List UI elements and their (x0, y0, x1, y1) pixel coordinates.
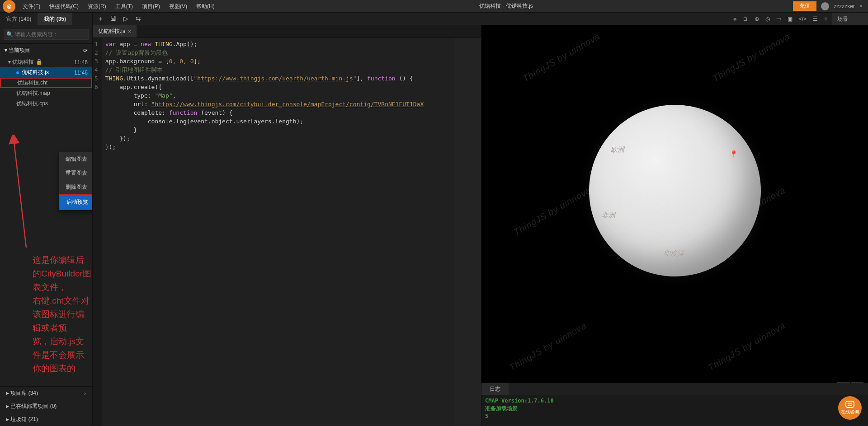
file-js[interactable]: 优锘科技.js 11:46 (0, 67, 92, 78)
editor-tab-active[interactable]: 优锘科技.js × (93, 25, 137, 37)
annotation-text: 这是你编辑后的CityBuilder图表文件， 右键.cht文件对该图标进行编辑… (33, 253, 92, 375)
recharge-button[interactable]: 充值 (793, 1, 816, 11)
root-time: 11:46 (74, 59, 88, 66)
watermark: ThingJS by uinnova (507, 320, 588, 373)
file-tree: ▾ 优锘科技 🔒 11:46 优锘科技.js 11:46 优锘科技.cht 优锘… (0, 57, 92, 386)
search-input[interactable] (4, 29, 89, 40)
username: zzzzzker (834, 3, 855, 9)
preview-canvas[interactable]: ThingJS by uinnova ThingJS by uinnova Th… (481, 25, 868, 383)
chat-fab[interactable]: 在线咨询 (838, 396, 862, 420)
line-gutter: 1 2 3 4 5 6 (93, 38, 102, 426)
cube-icon[interactable]: ⎈ (733, 16, 736, 22)
save-icon[interactable]: 🖫 (110, 15, 116, 23)
log-body: CMAP Version:1.7.6.10 准备加载场景 5 (481, 395, 868, 426)
svg-line-0 (14, 138, 26, 248)
menu-shortcut[interactable]: 快捷代码(C) (45, 0, 83, 13)
code-editor[interactable]: 1 2 3 4 5 6 var app = new THING.App(); /… (93, 38, 481, 426)
menubar: ◎ 文件(F) 快捷代码(C) 资源(R) 工具(T) 项目(P) 视图(V) … (0, 0, 868, 13)
file-map[interactable]: 优锘科技.map (0, 88, 92, 98)
minimap[interactable] (454, 38, 481, 426)
log-tabs: 日志 (481, 383, 868, 395)
main-area: 🔍 ▾ 当前项目 ⟳ ▾ 优锘科技 🔒 11:46 优锘科技.js 11:46 … (0, 25, 868, 426)
file-cht[interactable]: 优锘科技.cht (0, 78, 92, 88)
new-file-icon[interactable]: ＋ (97, 15, 104, 23)
refresh-icon[interactable]: ⟳ (83, 47, 88, 54)
columns-icon[interactable]: ☰ (813, 16, 818, 22)
globe-label-africa: 非洲 (602, 211, 615, 220)
close-icon[interactable]: × (859, 3, 863, 9)
menu-resource[interactable]: 资源(R) (83, 0, 111, 13)
watermark: ThingJS by uinnova (521, 31, 602, 84)
ctx-edit-chart[interactable]: 编辑图表 (59, 152, 92, 166)
cat-project-lib[interactable]: ▸ 项目库 (34) › (0, 387, 92, 400)
window-title: 优锘科技 - 优锘科技.js (219, 2, 793, 10)
tab-mine[interactable]: 我的 (35) (38, 13, 72, 25)
menu-tool[interactable]: 工具(T) (111, 0, 137, 13)
log-line: 5 (485, 412, 864, 420)
run-icon[interactable]: ▷ (123, 15, 129, 23)
code-icon[interactable]: </> (799, 16, 807, 22)
clock-icon[interactable]: ◷ (765, 16, 770, 22)
globe-label-europe: 欧洲 (611, 145, 624, 154)
sidebar-footer: ▸ 项目库 (34) › ▸ 已在线部署项目 (0) ▸ 垃圾箱 (21) (0, 386, 92, 426)
doc-icon[interactable]: 🗋 (743, 16, 748, 22)
tab-official[interactable]: 官方 (149) (0, 13, 38, 25)
window-icon[interactable]: ▣ (788, 16, 793, 22)
scene-tab[interactable]: 场景 (832, 13, 868, 25)
menu-help[interactable]: 帮助(H) (192, 0, 219, 13)
file-cps[interactable]: 优锘科技.cps (0, 98, 92, 109)
search-icon: 🔍 (6, 31, 13, 37)
secondary-bar: 官方 (149) 我的 (35) ＋ 🖫 ▷ ⇆ ⎈ 🗋 ⊕ ◷ ▭ ▣ </>… (0, 13, 868, 25)
globe[interactable]: 欧洲 非洲 印度洋 📍 (589, 105, 761, 276)
log-tab[interactable]: 日志 (481, 383, 509, 395)
context-menu: 编辑图表 重置图表 删除图表 启动预览 (59, 152, 92, 211)
menu-view[interactable]: 视图(V) (165, 0, 192, 13)
code-body[interactable]: var app = new THING.App(); // 设置app背景为黑色… (102, 38, 427, 426)
log-line: CMAP Version:1.7.6.10 (485, 397, 864, 405)
log-line: 准备加载场景 (485, 405, 864, 412)
ctx-reset-chart[interactable]: 重置图表 (59, 166, 92, 180)
settings-icon[interactable]: ≡ (824, 16, 827, 22)
project-header: 当前项目 (9, 47, 30, 53)
ctx-start-preview[interactable]: 启动预览 (59, 194, 92, 210)
globe-icon[interactable]: ⊕ (755, 16, 759, 22)
focus-icon[interactable]: ⛶ (851, 382, 863, 383)
watermark: ThingJS by uinnova (512, 185, 593, 238)
share-icon[interactable]: ⇆ (135, 15, 142, 23)
panel-icon[interactable]: ▭ (776, 16, 781, 22)
globe-label-indian: 印度洋 (664, 249, 684, 258)
app-logo: ◎ (3, 0, 15, 13)
expand-icon[interactable]: ⤢ (837, 382, 850, 383)
map-pin-icon: 📍 (729, 150, 738, 159)
menu-file[interactable]: 文件(F) (18, 0, 45, 13)
cat-deployed[interactable]: ▸ 已在线部署项目 (0) (0, 400, 92, 413)
avatar[interactable] (821, 2, 829, 10)
close-tab-icon[interactable]: × (128, 28, 131, 35)
watermark: ThingJS by uinnova (706, 320, 787, 373)
preview-panel: ThingJS by uinnova ThingJS by uinnova Th… (481, 25, 868, 426)
menu-project[interactable]: 项目(P) (137, 0, 165, 13)
annotation-arrow (8, 135, 35, 252)
chat-icon (845, 401, 854, 408)
tree-root[interactable]: ▾ 优锘科技 🔒 11:46 (0, 57, 92, 67)
sidebar: 🔍 ▾ 当前项目 ⟳ ▾ 优锘科技 🔒 11:46 优锘科技.js 11:46 … (0, 25, 93, 426)
editor-pane: 优锘科技.js × 1 2 3 4 5 6 var app = new THIN… (93, 25, 481, 426)
chevron-right-icon: › (84, 390, 86, 397)
ctx-delete-chart[interactable]: 删除图表 (59, 180, 92, 194)
watermark: ThingJS by uinnova (711, 31, 792, 84)
cat-trash[interactable]: ▸ 垃圾箱 (21) (0, 413, 92, 426)
